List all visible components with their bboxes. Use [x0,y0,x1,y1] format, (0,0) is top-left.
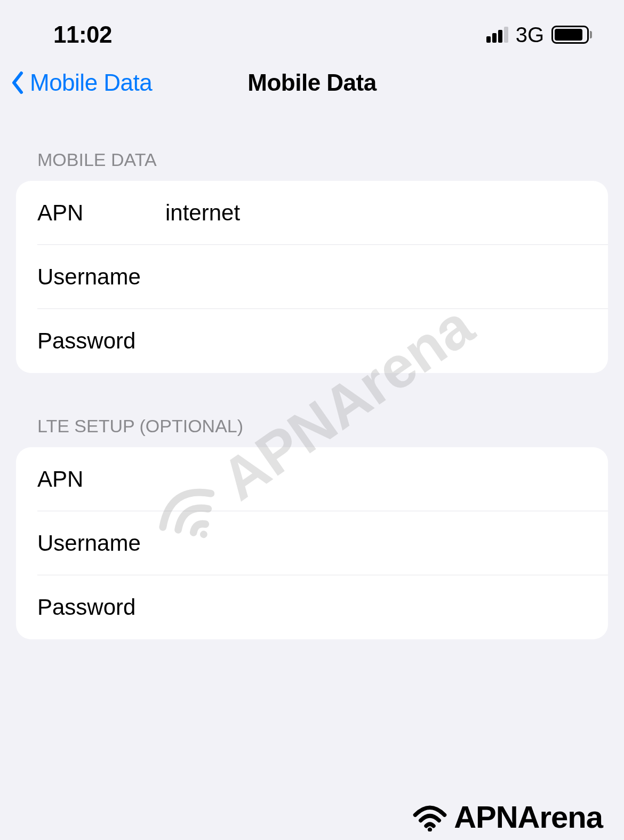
watermark-bottom: APNArena [411,799,603,835]
row-label: Username [37,264,165,290]
nav-bar: Mobile Data Mobile Data [0,59,624,112]
network-type: 3G [516,23,544,47]
wifi-icon [411,802,449,831]
section-header-lte-setup: LTE SETUP (OPTIONAL) [16,373,608,447]
back-label: Mobile Data [30,69,152,96]
lte-password-input[interactable] [165,595,587,620]
apn-input[interactable] [165,200,587,226]
username-input[interactable] [165,264,587,290]
page-title: Mobile Data [247,69,376,96]
chevron-back-icon [11,71,23,94]
watermark-text: APNArena [454,799,603,835]
section-group-mobile-data: APN Username Password [16,181,608,373]
row-label: Password [37,328,165,354]
status-right: 3G [486,23,592,47]
row-label: Password [37,595,165,620]
row-lte-username[interactable]: Username [16,511,608,575]
row-mobile-data-password[interactable]: Password [16,309,608,373]
section-header-mobile-data: MOBILE DATA [16,112,608,181]
svg-point-1 [428,827,432,831]
row-mobile-data-apn[interactable]: APN [16,181,608,245]
row-lte-password[interactable]: Password [16,575,608,639]
lte-username-input[interactable] [165,530,587,556]
row-label: APN [37,200,165,226]
row-lte-apn[interactable]: APN [16,447,608,511]
lte-apn-input[interactable] [165,466,587,492]
content: MOBILE DATA APN Username Password LTE SE… [0,112,624,639]
row-label: Username [37,530,165,556]
status-bar: 11:02 3G [0,0,624,59]
row-label: APN [37,466,165,492]
section-group-lte-setup: APN Username Password [16,447,608,639]
battery-icon [551,26,592,44]
back-button[interactable]: Mobile Data [11,69,152,96]
signal-strength-icon [486,27,508,43]
password-input[interactable] [165,328,587,354]
status-time: 11:02 [53,21,112,48]
row-mobile-data-username[interactable]: Username [16,245,608,309]
